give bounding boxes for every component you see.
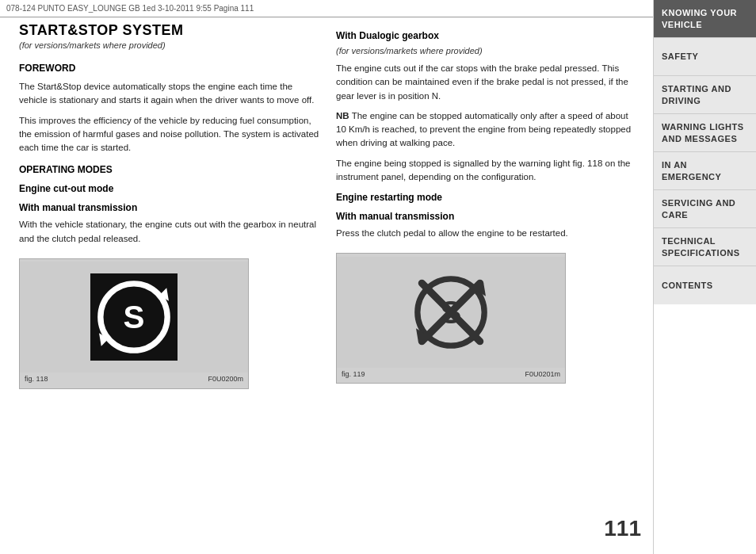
dualogic-nb: NB The engine can be stopped automatical… xyxy=(336,109,637,151)
sidebar-item-technical[interactable]: TECHNICAL SPECIFICATIONS xyxy=(654,228,756,266)
figure-118-container: S fig. 118 F0U0200m xyxy=(19,258,249,389)
sidebar-item-safety[interactable]: SAFETY xyxy=(654,38,756,76)
sidebar-label-warning: WARNING LIGHTS AND MESSAGES xyxy=(662,121,748,144)
fig-118-code: F0U0200m xyxy=(208,375,243,383)
sidebar-item-starting-and-driving[interactable]: STARTING AND DRIVING xyxy=(654,76,756,114)
fig-119-label: fig. 119 xyxy=(342,370,365,378)
right-column: With Dualogic gearbox (for versions/mark… xyxy=(336,22,637,541)
fig-118-label: fig. 118 xyxy=(25,375,48,383)
fig-119-icon: S xyxy=(407,269,494,356)
sidebar-item-servicing[interactable]: SERVICING AND CARE xyxy=(654,190,756,228)
left-column: START&STOP SYSTEM (for versions/markets … xyxy=(19,22,320,541)
page-number: 111 xyxy=(604,516,641,541)
sidebar-label-starting: STARTING AND DRIVING xyxy=(662,83,748,106)
figure-119-container: S fig. 119 F0U0201m xyxy=(336,253,566,384)
sidebar-item-warning-lights[interactable]: WARNING LIGHTS AND MESSAGES xyxy=(654,114,756,152)
figure-119-canvas: S xyxy=(337,257,565,368)
header-bar: 078-124 PUNTO EASY_LOUNGE GB 1ed 3-10-20… xyxy=(0,0,653,17)
sidebar-label-emergency: IN AN EMERGENCY xyxy=(662,159,748,182)
sidebar-label-contents: CONTENTS xyxy=(662,280,713,291)
sidebar-label-technical: TECHNICAL SPECIFICATIONS xyxy=(662,235,748,258)
foreword-para1: The Start&Stop device automatically stop… xyxy=(19,80,320,108)
sidebar-item-contents[interactable]: CONTENTS xyxy=(654,266,756,304)
sidebar-label-knowing: KNOWING YOUR VEHICLE xyxy=(662,7,748,30)
sidebar-label-servicing: SERVICING AND CARE xyxy=(662,197,748,220)
foreword-heading: FOREWORD xyxy=(19,63,320,74)
section-subtitle: (for versions/markets where provided) xyxy=(19,40,320,50)
engine-cutout-heading: Engine cut-out mode xyxy=(19,183,320,194)
nb-label: NB xyxy=(336,111,349,120)
sidebar-item-knowing-your-vehicle[interactable]: KNOWING YOUR VEHICLE xyxy=(654,0,756,38)
manual-trans-text-right: Press the clutch pedal to allow the engi… xyxy=(336,227,637,240)
figure-119-footer: fig. 119 F0U0201m xyxy=(337,368,565,380)
engine-restarting-heading: Engine restarting mode xyxy=(336,192,637,203)
figure-118-footer: fig. 118 F0U0200m xyxy=(20,373,248,385)
figure-118-canvas: S xyxy=(20,262,248,373)
dualogic-heading: With Dualogic gearbox xyxy=(336,30,637,41)
operating-modes-heading: OPERATING MODES xyxy=(19,164,320,175)
sidebar-item-emergency[interactable]: IN AN EMERGENCY xyxy=(654,152,756,190)
sidebar: KNOWING YOUR VEHICLE SAFETY STARTING AND… xyxy=(653,0,756,554)
section-title: START&STOP SYSTEM xyxy=(19,22,320,39)
foreword-para2: This improves the efficiency of the vehi… xyxy=(19,114,320,155)
nb-text-content: The engine can be stopped automatically … xyxy=(336,111,631,148)
manual-trans-text-left: With the vehicle stationary, the engine … xyxy=(19,218,320,246)
fig-119-code: F0U0201m xyxy=(525,370,560,378)
manual-trans-heading-left: With manual transmission xyxy=(19,202,320,213)
sidebar-label-safety: SAFETY xyxy=(662,51,698,62)
dualogic-para1: The engine cuts out if the car stops wit… xyxy=(336,62,637,103)
fig-118-icon: S xyxy=(90,273,178,361)
dualogic-subtitle: (for versions/markets where provided) xyxy=(336,46,637,55)
svg-text:S: S xyxy=(124,299,145,335)
header-text: 078-124 PUNTO EASY_LOUNGE GB 1ed 3-10-20… xyxy=(6,4,254,13)
dualogic-para2: The engine being stopped is signalled by… xyxy=(336,157,637,185)
main-content: START&STOP SYSTEM (for versions/markets … xyxy=(0,0,653,554)
manual-trans-heading-right: With manual transmission xyxy=(336,211,637,222)
